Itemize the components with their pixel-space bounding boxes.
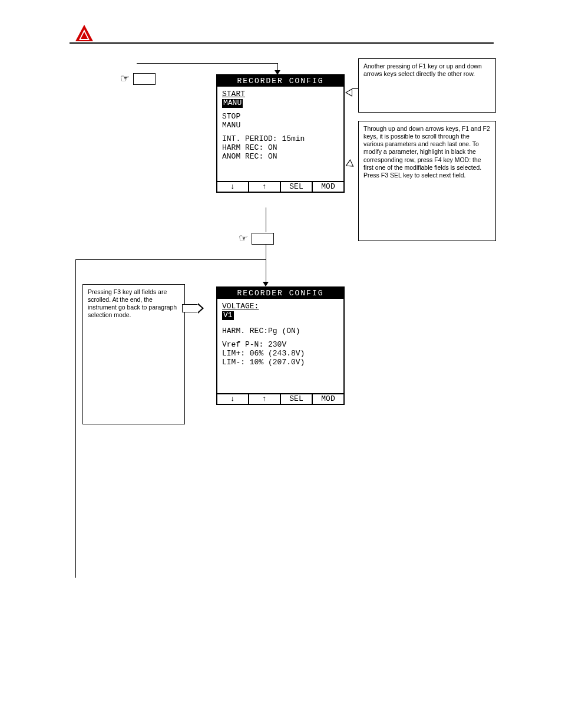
info-text: Through up and down arrows keys, F1 and …	[363, 125, 490, 179]
softkey-mod[interactable]: MOD	[313, 394, 343, 404]
header-rule	[70, 42, 494, 44]
info-arrow-icon	[344, 159, 354, 170]
info-box-3: Pressing F3 key all fields are scrolled.…	[82, 284, 185, 424]
voltage-label: VOLTAGE:	[222, 302, 259, 311]
softkey-up[interactable]: ↑	[249, 182, 281, 192]
flow-line	[75, 259, 266, 260]
screen-title: RECORDER CONFIG	[217, 288, 343, 299]
screen-body: START MANU STOP MANU INT. PERIOD: 15min …	[217, 87, 343, 181]
softkey-mod[interactable]: MOD	[313, 182, 343, 192]
info-box-2: Through up and down arrows keys, F1 and …	[358, 121, 496, 241]
softkey-sel[interactable]: SEL	[281, 394, 313, 404]
flow-line	[75, 259, 76, 578]
screen-recorder-config-2: RECORDER CONFIG VOLTAGE: V1 HARM. REC:Pg…	[216, 286, 345, 405]
logo-triangle-icon	[75, 25, 93, 41]
flow-line	[352, 88, 358, 89]
key-f4	[252, 233, 274, 245]
flow-line	[137, 63, 278, 64]
flow-line	[266, 244, 266, 283]
harm-rec-value: HARM. REC:Pg (ON)	[222, 327, 339, 336]
anom-rec: ANOM REC: ON	[222, 153, 339, 162]
screen-recorder-config-1: RECORDER CONFIG START MANU STOP MANU INT…	[216, 74, 345, 193]
pointing-hand-icon: ☞	[239, 233, 248, 243]
softkey-down[interactable]: ↓	[217, 394, 249, 404]
page: ☞ RECORDER CONFIG START MANU STOP MANU I…	[0, 0, 562, 728]
stop-label: STOP	[222, 113, 339, 121]
start-value: MANU	[222, 99, 243, 108]
screen-title: RECORDER CONFIG	[217, 75, 343, 87]
key-f1	[133, 73, 156, 85]
info-text: Pressing F3 key all fields are scrolled.…	[88, 288, 177, 318]
lim-plus-value: LIM+: 06% (243.8V)	[222, 350, 339, 358]
start-label: START	[222, 90, 245, 98]
int-period: INT. PERIOD: 15min	[222, 135, 339, 144]
info-box-1: Another pressing of F1 key or up and dow…	[358, 58, 496, 113]
info-arrow-icon	[182, 304, 199, 312]
flow-line	[266, 207, 266, 232]
softkey-down[interactable]: ↓	[217, 182, 249, 192]
screen-body: VOLTAGE: V1 HARM. REC:Pg (ON) Vref P-N: …	[217, 299, 343, 393]
softkey-sel[interactable]: SEL	[281, 182, 313, 192]
softkey-up[interactable]: ↑	[249, 394, 281, 404]
stop-value: MANU	[222, 121, 339, 130]
screen-softkeys: ↓ ↑ SEL MOD	[217, 393, 343, 404]
lim-minus-value: LIM-: 10% (207.0V)	[222, 358, 339, 367]
info-arrow-icon	[345, 88, 352, 97]
screen-softkeys: ↓ ↑ SEL MOD	[217, 181, 343, 192]
voltage-value: V1	[222, 311, 234, 320]
pointing-hand-icon: ☞	[120, 73, 130, 84]
info-text: Another pressing of F1 key or up and dow…	[363, 62, 482, 77]
vref-value: Vref P-N: 230V	[222, 341, 339, 350]
harm-rec: HARM REC: ON	[222, 144, 339, 153]
arrow-down-icon	[263, 282, 269, 286]
